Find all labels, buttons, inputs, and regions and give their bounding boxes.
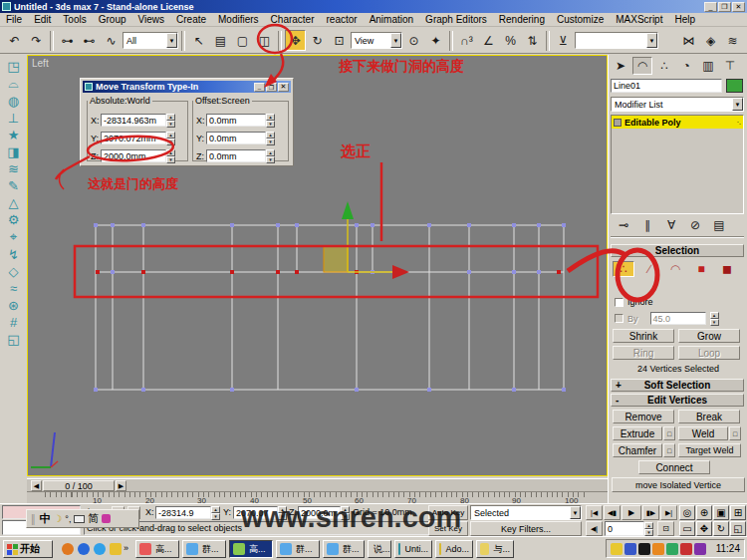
spinner-snap-icon[interactable]: ⇅	[522, 30, 543, 51]
coord-y-spinner[interactable]: ▴▾	[278, 506, 287, 519]
task-button[interactable]: 群...	[182, 540, 226, 558]
menu-reactor[interactable]: reactor	[321, 13, 364, 26]
abs-y-field[interactable]: 2070.072mm	[101, 132, 166, 144]
make-unique-icon[interactable]: ∀	[662, 217, 680, 232]
object-tool-icon[interactable]: ⊥	[8, 111, 19, 126]
select-and-move-icon[interactable]: ✥	[285, 30, 306, 51]
object-tool-icon[interactable]: ◱	[7, 332, 19, 347]
volume-icon[interactable]	[611, 543, 622, 555]
menu-help[interactable]: Help	[668, 13, 701, 26]
bind-spacewarp-icon[interactable]: ∿	[101, 30, 122, 51]
select-object-icon[interactable]: ↖	[188, 30, 209, 51]
loop-button[interactable]: Loop	[678, 346, 740, 360]
task-button[interactable]: 群...	[323, 540, 365, 558]
menu-edit[interactable]: Edit	[28, 13, 57, 26]
align-icon[interactable]: ◈	[700, 30, 721, 51]
quick-launch-more-chevron[interactable]: »	[124, 543, 128, 553]
zoom-extents-all-icon[interactable]: ⊞	[730, 505, 746, 520]
snap-toggle-icon[interactable]: ∩³	[456, 30, 477, 51]
off-z-spinner[interactable]: ▴▾	[266, 149, 275, 162]
time-back-button[interactable]: ◀	[31, 480, 42, 491]
ime-keyboard-icon[interactable]	[74, 515, 85, 523]
ime-lang-label[interactable]: 中	[39, 511, 50, 526]
extrude-settings-button[interactable]: □	[663, 426, 675, 440]
coord-z-spinner[interactable]: ▴▾	[341, 506, 350, 519]
task-button[interactable]: 说...	[368, 540, 391, 558]
by-angle-checkbox[interactable]	[615, 314, 623, 323]
task-button-3dsmax[interactable]: Unti...	[394, 540, 432, 558]
layer-manager-icon[interactable]: ≋	[722, 30, 743, 51]
angle-snap-icon[interactable]: ∠	[478, 30, 499, 51]
select-and-scale-icon[interactable]: ⊡	[329, 30, 350, 51]
object-tool-icon[interactable]: ⊛	[8, 298, 19, 313]
menu-views[interactable]: Views	[132, 13, 171, 26]
object-tool-icon[interactable]: ⚙	[8, 212, 20, 227]
window-crossing-icon[interactable]: ◫	[254, 30, 275, 51]
rect-selection-region-icon[interactable]: ▢	[232, 30, 253, 51]
object-tool-icon[interactable]: ◇	[9, 264, 19, 279]
tray-app-icon[interactable]	[624, 543, 636, 555]
maximize-button[interactable]: ❐	[718, 2, 731, 12]
menu-maxscript[interactable]: MAXScript	[610, 13, 668, 26]
ime-mode-icon[interactable]: ☽	[53, 513, 62, 524]
shrink-button[interactable]: Shrink	[613, 329, 674, 343]
stack-item-editable-poly[interactable]: Editable Poly ·.	[612, 116, 743, 129]
selection-rollout-header[interactable]: -Selection	[611, 244, 744, 257]
arc-rotate-icon[interactable]: ↻	[713, 521, 729, 536]
qq-penguin-icon[interactable]	[638, 543, 650, 555]
chevron-down-icon[interactable]: ▼	[166, 33, 177, 48]
coord-y-field[interactable]: 2070.07	[233, 506, 278, 519]
abs-y-spinner[interactable]: ▴▾	[166, 132, 175, 144]
dialog-title-bar[interactable]: Move Transform Type-In _ ❐ ✕	[83, 81, 291, 93]
menu-group[interactable]: Group	[93, 13, 132, 26]
menu-character[interactable]: Character	[265, 13, 321, 26]
vertex-subobject-icon[interactable]: ∴	[613, 261, 634, 277]
quick-launch-globe-icon[interactable]	[78, 543, 90, 555]
object-tool-icon[interactable]: ≋	[8, 161, 19, 176]
object-tool-icon[interactable]: ◳	[7, 59, 19, 74]
configure-modifier-icon[interactable]: ▤	[710, 217, 728, 232]
key-filters-button[interactable]: Key Filters...	[470, 521, 582, 536]
key-mode-toggle-button[interactable]: ◀|	[586, 521, 603, 536]
quick-launch-desktop-icon[interactable]	[110, 543, 122, 555]
auto-key-button[interactable]: Auto Key	[428, 505, 468, 520]
frame-spinner[interactable]: ▴▾	[644, 522, 653, 535]
task-button[interactable]: 高...	[135, 540, 179, 558]
break-button[interactable]: Break	[678, 410, 740, 423]
object-tool-icon[interactable]: △	[9, 195, 19, 210]
chamfer-settings-button[interactable]: □	[663, 443, 675, 457]
ime-simplified-label[interactable]: 简	[88, 511, 99, 526]
menu-file[interactable]: File	[0, 13, 28, 26]
ime-grip[interactable]: ║	[30, 514, 36, 524]
target-weld-button[interactable]: Target Weld	[678, 443, 741, 457]
chevron-down-icon[interactable]: ▼	[646, 33, 657, 48]
select-link-icon[interactable]: ⊶	[57, 30, 78, 51]
modifier-list-dropdown[interactable]: Modifier List ▼	[611, 97, 744, 112]
object-tool-icon[interactable]: ★	[8, 128, 20, 142]
tab-hierarchy[interactable]: ∴	[654, 57, 674, 75]
menu-create[interactable]: Create	[170, 13, 212, 26]
task-button-active[interactable]: 高...	[229, 540, 273, 558]
move-transform-dialog[interactable]: Move Transform Type-In _ ❐ ✕ Absolute:Wo…	[80, 78, 294, 166]
extrude-button[interactable]: Extrude	[613, 426, 662, 440]
abs-z-field[interactable]: 2000.0mm	[101, 149, 166, 162]
dialog-close-button[interactable]: ✕	[278, 83, 289, 92]
object-tool-icon[interactable]: ⌖	[10, 229, 17, 245]
tab-utilities[interactable]: ⊤	[720, 57, 740, 75]
redo-icon[interactable]: ↷	[26, 30, 47, 51]
close-button[interactable]: ✕	[732, 2, 745, 12]
set-key-button[interactable]: Set Key	[428, 521, 468, 536]
by-angle-spinner[interactable]: ▴▾	[710, 312, 719, 325]
coord-x-field[interactable]: -28314.9	[155, 506, 211, 519]
select-and-manipulate-icon[interactable]: ✦	[425, 30, 446, 51]
abs-x-spinner[interactable]: ▴▾	[166, 114, 175, 127]
stack-expand-icon[interactable]	[614, 119, 622, 127]
remove-button[interactable]: Remove	[613, 410, 674, 423]
menu-rendering[interactable]: Rendering	[493, 13, 551, 26]
key-mode-dropdown[interactable]: Selected ▼	[470, 505, 582, 520]
off-y-field[interactable]: 0.0mm	[206, 132, 266, 144]
ignore-backfacing-checkbox[interactable]	[615, 298, 623, 307]
pan-icon[interactable]: ✥	[696, 521, 712, 536]
zoom-extents-icon[interactable]: ▣	[713, 505, 729, 520]
play-button[interactable]: ▶	[622, 505, 641, 520]
